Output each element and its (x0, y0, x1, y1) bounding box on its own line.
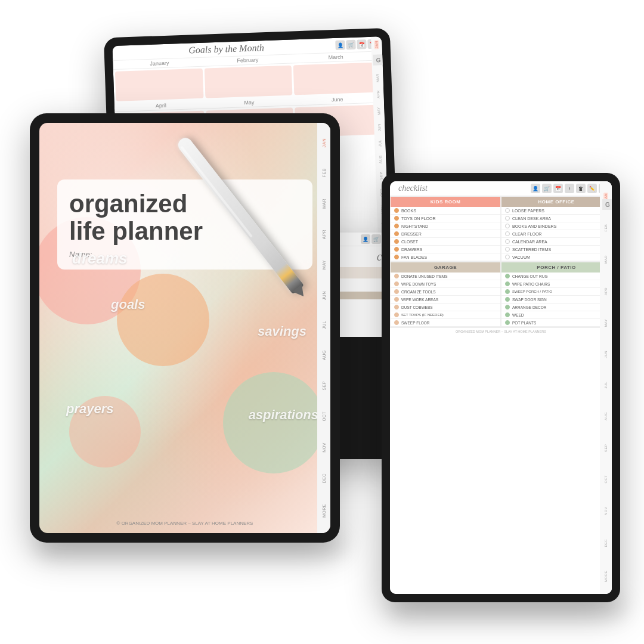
kids-room-header: KIDS ROOM (391, 197, 500, 207)
toolbar-icon-1[interactable]: 👤 (335, 40, 345, 50)
cl-icon-pencil[interactable]: ✏️ (587, 184, 597, 193)
item-nightstand: NIGHTSTAND (391, 222, 500, 230)
checklist-content: checklist 👤 🛒 📅 ↑ 🗑 ✏️ 🖥 KIDS ROOM (390, 181, 612, 594)
dot-fan (394, 255, 399, 259)
checklist-body: KIDS ROOM BOOKS TOYS ON FLOOR NIGHTSTAND (390, 196, 612, 327)
sidebar-aug: AUG (378, 154, 383, 164)
cl-apr: APR (603, 287, 608, 296)
dot-sign (505, 297, 510, 302)
cl-aug: AUG (603, 411, 608, 421)
main-jul: JUL (322, 321, 326, 329)
cl-icon-trash[interactable]: 🗑 (576, 184, 586, 193)
item-vacuum: VACUUM (501, 253, 611, 261)
main-may: MAY (322, 260, 326, 270)
toolbar-icon-2[interactable]: 🛒 (346, 40, 356, 50)
dot-drawers (394, 247, 399, 252)
kids-room-section: KIDS ROOM BOOKS TOYS ON FLOOR NIGHTSTAND (390, 196, 501, 262)
main-month-sidebar: JAN FEB MAR APR MAY JUN JUL AUG SEP OCT … (317, 123, 330, 533)
item-door-sign: SWAP DOOR SIGN (501, 296, 611, 304)
dot-decor (505, 305, 510, 309)
cell-jan (115, 69, 203, 101)
dot-plants (505, 320, 510, 325)
main-nov: NOV (322, 442, 326, 453)
cl-jun: JUN (603, 350, 608, 359)
cl-mar: MAR (603, 255, 608, 264)
dot-vacuum (505, 255, 510, 259)
label-dreams: dreams (72, 249, 128, 268)
item-sweep: SWEEP FLOOR (391, 319, 500, 327)
item-sweep-porch: SWEEP PORCH / PATIO (501, 288, 611, 296)
cl-sep: SEP (603, 444, 608, 453)
cl-more: MORE (603, 570, 608, 583)
checklist-footer: ORGANIZED MOM PLANNER – SLAY AT HOME PLA… (390, 327, 612, 335)
cell-feb (204, 66, 292, 98)
main-mar: MAR (322, 199, 326, 209)
label-goals: goals (111, 297, 145, 312)
item-dresser: DRESSER (391, 230, 500, 238)
main-dec: DEC (322, 473, 326, 483)
item-clear-floor: CLEAR FLOOR (501, 230, 611, 238)
mid-icon-1[interactable]: 👤 (361, 234, 370, 244)
sidebar-may: MAY (376, 106, 382, 116)
g-tab-goals[interactable]: G (373, 54, 384, 66)
home-office-section: HOME OFFICE LOOSE PAPERS CLEAN DESK AREA… (501, 196, 612, 262)
item-cobwebs: DUST COBWEBS (391, 304, 500, 311)
cl-icon-arrow[interactable]: ↑ (565, 184, 574, 193)
planner-cover: organized life planner Name: dreams goal… (39, 123, 330, 533)
garage-section: GARAGE DONATE UNUSED ITEMS WIPE DOWN TOY… (390, 262, 501, 327)
item-weed: WEED (501, 311, 611, 319)
item-calendar: CALENDAR AREA (501, 238, 611, 246)
dot-toys (394, 216, 399, 221)
item-pot-plants: POT PLANTS (501, 319, 611, 327)
item-closet: CLOSET (391, 238, 500, 246)
porch-section: PORCH / PATIO CHANGE OUT RUG WIPE PATIO … (501, 262, 612, 327)
cl-jul: JUL (603, 381, 608, 389)
sidebar-jun: JUN (377, 123, 382, 132)
item-work-areas: WIPE WORK AREAS (391, 296, 500, 304)
main-feb: FEB (322, 168, 326, 177)
cl-feb: FEB (603, 224, 608, 233)
main-planner-screen: organized life planner Name: dreams goal… (39, 123, 330, 533)
sidebar-jan: JAN (374, 41, 379, 49)
dot-chairs (505, 281, 510, 286)
item-arrange-decor: ARRANGE DECOR (501, 304, 611, 311)
cl-oct: OCT (603, 475, 608, 484)
checklist-tablet: checklist 👤 🛒 📅 ↑ 🗑 ✏️ 🖥 KIDS ROOM (382, 173, 620, 602)
main-apr: APR (322, 230, 326, 239)
checklist-screen: checklist 👤 🛒 📅 ↑ 🗑 ✏️ 🖥 KIDS ROOM (390, 181, 612, 594)
circle-2 (117, 274, 209, 366)
mid-icon-2[interactable]: 🛒 (371, 234, 381, 244)
toolbar-icon-3[interactable]: 📅 (357, 39, 367, 49)
checklist-month-sidebar: JAN FEB MAR APR MAY JUN JUL AUG SEP OCT … (600, 181, 612, 594)
cl-icon-cart[interactable]: 🛒 (542, 184, 552, 193)
sidebar-apr: APR (376, 90, 381, 100)
item-organize-tools: ORGANIZE TOOLS (391, 288, 500, 296)
item-patio-chairs: WIPE PATIO CHAIRS (501, 280, 611, 288)
dot-books (394, 208, 399, 213)
cell-mar (293, 62, 382, 95)
dot-donate (394, 274, 399, 278)
label-savings: savings (258, 324, 306, 339)
item-donate: DONATE UNUSED ITEMS (391, 273, 500, 280)
cl-icon-cal[interactable]: 📅 (553, 184, 563, 193)
g-tab-checklist[interactable]: G (602, 199, 612, 210)
dot-closet (394, 239, 399, 244)
main-jun: JUN (322, 291, 326, 300)
cl-icon-person[interactable]: 👤 (531, 184, 540, 193)
circle-3 (223, 372, 324, 473)
main-aug: AUG (322, 350, 326, 360)
dot-cobwebs (394, 305, 399, 309)
dot-rug (505, 274, 510, 278)
dot-traps (394, 312, 399, 317)
dot-dresser (394, 231, 399, 236)
cl-dec: DEC (603, 538, 608, 548)
home-office-header: HOME OFFICE (501, 197, 611, 207)
dot-calendar (505, 239, 510, 244)
dot-weed (505, 312, 510, 317)
dot-floor (505, 231, 510, 236)
sidebar-jul: JUL (377, 139, 382, 147)
label-aspirations: aspirations (249, 407, 318, 423)
item-toys: TOYS ON FLOOR (391, 215, 500, 222)
garage-header: GARAGE (391, 262, 500, 273)
item-traps: SET TRAPS (IF NEEDED) (391, 311, 500, 319)
